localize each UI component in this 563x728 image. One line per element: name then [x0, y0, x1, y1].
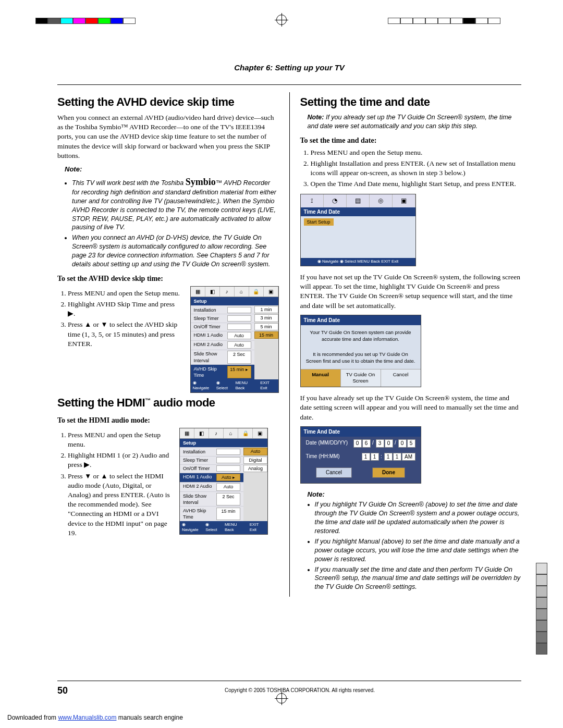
side-color-swatches [536, 563, 547, 655]
tab-icon: ▣ [264, 287, 278, 297]
menu-title: Setup [180, 439, 267, 447]
avhd-step-row: Press MENU and open the Setup menu. High… [57, 286, 279, 393]
heading-time-date: Setting the time and date [300, 94, 522, 110]
start-setup-button[interactable]: Start Setup [304, 218, 334, 226]
para-after-1: If you have not set up the TV Guide On S… [300, 273, 522, 311]
column-separator [289, 92, 290, 597]
hdmi-proc-head: To set the HDMI audio mode: [57, 416, 279, 426]
time-label: Time (HH:MM) [306, 453, 340, 461]
tab-icon: 🔒 [238, 428, 253, 439]
content-area: Chapter 6: Setting up your TV Setting th… [57, 63, 521, 686]
time-date-form: Time And Date Date (MM/DD/YY) 0 6 / 3 0 … [300, 426, 421, 484]
symbio-logo: Symbio [186, 177, 216, 187]
hdmi-steps: Press MENU and open the Setup menu. High… [68, 429, 172, 539]
tab-icon: ◧ [194, 428, 209, 439]
td-title: Time And Date [301, 207, 415, 217]
avhd-step-2: Highlight AVHD Skip Time and press ▶. [68, 300, 183, 318]
date-row: Date (MM/DD/YY) 0 6 / 3 0 / 0 5 [301, 437, 421, 450]
end-notes: If you highlight TV Guide On Screen® (ab… [308, 500, 522, 591]
color-bar-left [35, 18, 136, 24]
avhd-intro: When you connect an external AVHD (audio… [57, 113, 279, 161]
download-line: Downloaded from www.Manualslib.com manua… [7, 713, 183, 722]
time-cells[interactable]: 1 1 : 1 1 AM [362, 453, 415, 461]
menu-tab-icons: ▦◧♪⌂🔒▣ [191, 287, 278, 298]
dialog-header: Time And Date [301, 315, 421, 326]
hdmi-menu-body: Installation Sleep Timer On/Off Timer HD… [180, 447, 243, 521]
menu-title: Setup [191, 297, 278, 305]
tab-icon: 🔒 [249, 287, 264, 297]
hdmi-step-1: Press MENU and open the Setup menu. [68, 430, 172, 449]
copyright: Copyright © 2005 TOSHIBA CORPORATION. Al… [78, 687, 521, 694]
td-foot: ◉ Navigate ◉ Select MENU Back EXIT Exit [301, 258, 415, 266]
columns: Setting the AVHD device skip time When y… [57, 92, 521, 597]
hdmi-step-3: Press ▼ or ▲ to select the HDMI audio mo… [68, 472, 172, 538]
hdmi-step-2: Highlight HDMI 1 (or 2) Audio and press … [68, 451, 172, 470]
td-tab-icons: ⟟◔▤◎▣ [301, 194, 415, 207]
tab-icon: ⟟ [301, 194, 324, 207]
date-label: Date (MM/DD/YY) [306, 439, 348, 448]
time-note: Note: If you already set up the TV Guide… [308, 113, 522, 131]
date-cells[interactable]: 0 6 / 3 0 / 0 5 [353, 439, 415, 448]
tab-icon: ⌂ [235, 287, 249, 297]
header-rule [57, 84, 521, 85]
tvguide-button[interactable]: TV Guide On Screen [341, 369, 381, 387]
manualslib-link[interactable]: www.Manualslib.com [58, 714, 116, 721]
hdmi-menu-screenshot: ▦◧♪⌂🔒▣ Setup Installation Sleep Timer On… [179, 428, 268, 535]
time-step-1: Press MENU and open the Setup menu. [311, 148, 522, 157]
note-label: Note: [308, 490, 522, 499]
dialog-msg2: It is recommended you set up TV Guide On… [301, 347, 421, 369]
page-number: 50 [57, 684, 68, 697]
para-after-2: If you have already set up the TV Guide … [300, 393, 522, 422]
avhd-opts: 1 min 3 min 5 min 15 min [254, 305, 278, 379]
time-date-dialog: Time And Date Your TV Guide On Screen sy… [300, 315, 421, 387]
tab-icon: ◔ [324, 194, 347, 207]
footer: 50 Copyright © 2005 TOSHIBA CORPORATION.… [57, 681, 521, 697]
dialog-buttons: Manual TV Guide On Screen Cancel [301, 369, 421, 387]
cancel-button[interactable]: Cancel [316, 467, 352, 478]
left-column: Setting the AVHD device skip time When y… [57, 92, 279, 597]
avhd-menu-screenshot: ▦◧♪⌂🔒▣ Setup Installation Sleep Timer On… [190, 286, 279, 393]
cancel-button[interactable]: Cancel [381, 369, 421, 387]
end-note-2: If you highlight Manual (above) to set t… [315, 537, 522, 564]
done-button[interactable]: Done [372, 467, 405, 478]
form-buttons: Cancel Done [301, 463, 421, 483]
time-proc-head: To set the time and date: [300, 136, 522, 146]
hdmi-step-row: Press MENU and open the Setup menu. High… [57, 428, 279, 545]
tab-icon: ◎ [370, 194, 393, 207]
heading-avhd-skip: Setting the AVHD device skip time [57, 94, 279, 110]
page: Chapter 6: Setting up your TV Setting th… [0, 0, 563, 728]
color-bar-right [388, 18, 500, 24]
avhd-steps: Press MENU and open the Setup menu. High… [68, 287, 183, 350]
time-date-menu-screenshot: ⟟◔▤◎▣ Time And Date Start Setup ◉ Naviga… [300, 194, 416, 266]
avhd-proc-head: To set the AVHD device skip time: [57, 274, 279, 284]
tab-icon: ◧ [205, 287, 220, 297]
end-note-3: If you manually set the time and date an… [315, 565, 522, 592]
heading-hdmi: Setting the HDMI™ audio mode [57, 395, 279, 411]
manual-button[interactable]: Manual [301, 369, 341, 387]
time-steps: Press MENU and open the Setup menu. High… [311, 148, 522, 189]
tab-icon: ▤ [347, 194, 370, 207]
tab-icon: ▦ [180, 428, 194, 439]
form-header: Time And Date [301, 427, 421, 437]
avhd-note-1: This TV will work best with the Toshiba … [72, 176, 279, 232]
tab-icon: ▣ [393, 194, 415, 207]
tab-icon: ♪ [220, 287, 235, 297]
hdmi-opts: Auto Digital Analog [243, 447, 267, 521]
registration-mark-icon [276, 15, 287, 25]
tab-icon: ⌂ [224, 428, 238, 439]
chapter-header: Chapter 6: Setting up your TV [57, 63, 521, 73]
avhd-menu-body: Installation Sleep Timer On/Off Timer HD… [191, 305, 254, 379]
avhd-notes: This TV will work best with the Toshiba … [65, 176, 279, 269]
avhd-note-2: When you connect an AVHD (or D-VHS) devi… [72, 233, 279, 269]
note-label: Note: [308, 114, 324, 121]
tab-icon: ▣ [253, 428, 267, 439]
dialog-msg1: Your TV Guide On Screen system can provi… [301, 325, 421, 347]
end-note-1: If you highlight TV Guide On Screen® (ab… [315, 500, 522, 536]
menu-footer: ◉ Navigate ◉ Select MENU Back EXIT Exit [191, 379, 278, 393]
time-row: Time (HH:MM) 1 1 : 1 1 AM [301, 450, 421, 464]
avhd-step-1: Press MENU and open the Setup menu. [68, 289, 183, 298]
note-label: Note: [65, 165, 279, 174]
td-body: Start Setup [301, 216, 415, 258]
time-step-3: Open the Time And Date menu, highlight S… [311, 179, 522, 189]
avhd-step-3: Press ▲ or ▼ to select the AVHD skip tim… [68, 320, 183, 349]
